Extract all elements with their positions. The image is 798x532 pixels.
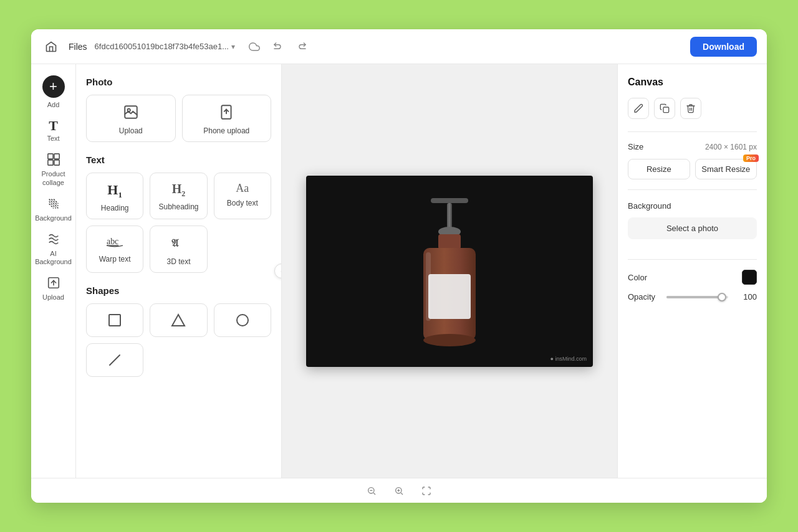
photo-grid: Upload Phone upload xyxy=(86,95,271,142)
text-section-title: Text xyxy=(86,154,271,165)
topbar: Files 6fdcd160051019bc18f73b4fe53ae1... … xyxy=(31,29,767,64)
resize-group: Resize Smart Resize Pro xyxy=(628,159,757,179)
chevron-down-icon: ▾ xyxy=(231,42,235,51)
svg-rect-28 xyxy=(426,252,431,321)
triangle-shape-card[interactable] xyxy=(150,303,207,337)
line-icon xyxy=(107,353,122,370)
canvas-board[interactable]: ● insMind.com xyxy=(306,176,593,367)
sidebar-item-background[interactable]: Background xyxy=(36,193,71,226)
canvas-panel-title: Canvas xyxy=(628,77,757,88)
select-photo-button[interactable]: Select a photo xyxy=(628,217,757,239)
resize-button[interactable]: Resize xyxy=(628,159,690,179)
sidebar-item-add[interactable]: + Add xyxy=(36,72,71,113)
add-label: Add xyxy=(47,101,60,109)
sidebar-item-text[interactable]: T Text xyxy=(36,115,71,146)
product-image xyxy=(381,181,518,361)
smart-resize-button[interactable]: Smart Resize Pro xyxy=(695,159,757,179)
threed-text-icon: 𝔄 xyxy=(170,235,186,254)
opacity-slider[interactable] xyxy=(666,296,728,298)
svg-point-19 xyxy=(237,315,248,326)
background-label: Background xyxy=(628,201,671,211)
opacity-row: Opacity 100 xyxy=(628,292,757,302)
subheading-card[interactable]: H2 Subheading xyxy=(150,173,207,219)
redo-button[interactable] xyxy=(292,37,311,56)
heading-card[interactable]: H1 Heading xyxy=(86,173,143,219)
text-grid: H1 Heading H2 Subheading Aa Body text ab… xyxy=(86,173,271,273)
panel-collapse-button[interactable]: ‹ xyxy=(274,264,282,278)
upload-card-icon xyxy=(123,104,139,123)
format-button[interactable] xyxy=(628,98,649,119)
home-button[interactable] xyxy=(41,37,61,57)
svg-line-34 xyxy=(401,493,403,495)
ai-bg-label: AI Background xyxy=(35,250,72,266)
divider-3 xyxy=(628,259,757,260)
subheading-icon: H2 xyxy=(172,182,186,199)
color-row: Color xyxy=(628,270,757,285)
threed-text-card[interactable]: 𝔄 3D text xyxy=(150,226,207,273)
collage-label: Product collage xyxy=(39,170,69,186)
color-swatch[interactable] xyxy=(742,270,757,285)
shapes-section-title: Shapes xyxy=(86,285,271,296)
app-window: Files 6fdcd160051019bc18f73b4fe53ae1... … xyxy=(31,29,767,503)
triangle-icon xyxy=(171,313,186,330)
threed-text-label: 3D text xyxy=(166,257,190,266)
phone-upload-label: Phone upload xyxy=(203,126,249,135)
phone-upload-card[interactable]: Phone upload xyxy=(182,95,272,142)
sidebar-item-upload[interactable]: Upload xyxy=(36,272,71,305)
circle-shape-card[interactable] xyxy=(214,303,271,337)
warp-text-card[interactable]: abc Warp text xyxy=(86,226,143,273)
svg-rect-29 xyxy=(663,107,669,113)
product-collage-icon xyxy=(47,153,60,168)
line-shape-card[interactable] xyxy=(86,343,143,377)
svg-point-27 xyxy=(423,334,476,346)
body-text-label: Body text xyxy=(227,199,258,207)
pro-badge: Pro xyxy=(743,154,759,162)
svg-text:abc: abc xyxy=(107,237,118,247)
undo-button[interactable] xyxy=(269,37,287,56)
ai-background-icon xyxy=(47,232,60,248)
upload-card[interactable]: Upload xyxy=(86,95,176,142)
main-area: + Add T Text Product collage xyxy=(31,64,767,478)
left-sidebar: + Add T Text Product collage xyxy=(31,64,76,478)
zoom-in-button[interactable] xyxy=(418,482,435,500)
square-shape-card[interactable] xyxy=(86,303,143,337)
photo-section-title: Photo xyxy=(86,77,271,87)
download-button[interactable]: Download xyxy=(690,37,757,57)
size-row: Size 2400 × 1601 px xyxy=(628,142,757,151)
opacity-label: Opacity xyxy=(628,292,655,302)
phone-upload-icon xyxy=(218,104,234,123)
bottom-bar xyxy=(31,478,767,503)
zoom-out-button[interactable] xyxy=(363,482,380,500)
fit-button[interactable] xyxy=(390,482,408,500)
add-panel: Photo Upload xyxy=(76,64,282,478)
text-label: Text xyxy=(47,135,59,143)
heading-icon: H1 xyxy=(107,182,122,200)
body-text-card[interactable]: Aa Body text xyxy=(214,173,271,219)
square-icon xyxy=(107,313,122,330)
svg-text:𝔄: 𝔄 xyxy=(171,237,179,249)
files-label[interactable]: Files xyxy=(69,42,87,52)
circle-icon xyxy=(235,313,250,330)
duplicate-button[interactable] xyxy=(654,98,675,119)
svg-marker-18 xyxy=(172,315,185,326)
filename-display[interactable]: 6fdcd160051019bc18f73b4fe53ae1... ▾ xyxy=(95,42,235,51)
sidebar-item-ai-background[interactable]: AI Background xyxy=(36,229,71,270)
canvas-toolbar xyxy=(628,98,757,119)
delete-button[interactable] xyxy=(680,98,701,119)
sidebar-item-product-collage[interactable]: Product collage xyxy=(36,149,71,190)
add-icon: + xyxy=(42,75,65,98)
size-label: Size xyxy=(628,142,643,151)
cloud-icon[interactable] xyxy=(245,37,264,56)
svg-rect-0 xyxy=(47,154,52,159)
opacity-value: 100 xyxy=(739,292,757,302)
size-value: 2400 × 1601 px xyxy=(705,143,757,151)
divider-2 xyxy=(628,189,757,190)
svg-line-31 xyxy=(373,493,375,495)
color-label: Color xyxy=(628,273,647,282)
svg-rect-24 xyxy=(438,234,461,249)
svg-rect-2 xyxy=(47,160,52,165)
upload-card-label: Upload xyxy=(119,126,143,135)
upload-label: Upload xyxy=(42,293,64,302)
topbar-actions xyxy=(245,37,311,56)
svg-rect-17 xyxy=(109,315,120,326)
